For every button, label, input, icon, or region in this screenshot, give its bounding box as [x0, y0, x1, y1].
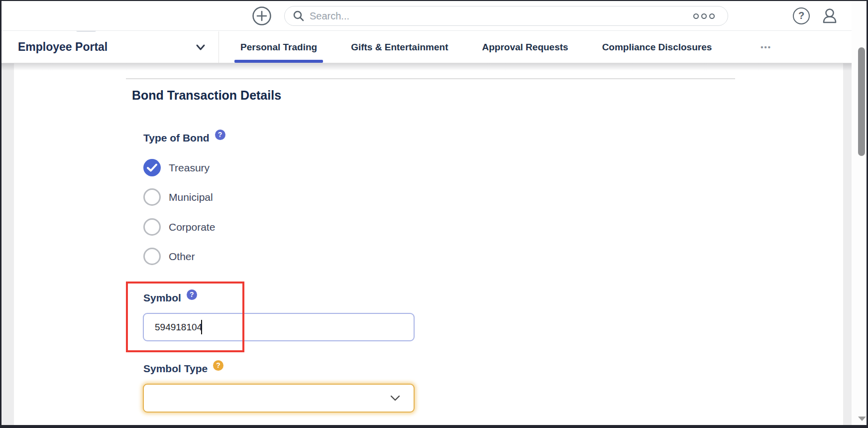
radio-unselected-icon [143, 188, 161, 206]
more-tabs-icon[interactable]: ••• [760, 43, 771, 51]
search-icon [293, 10, 305, 22]
radio-unselected-icon [143, 248, 161, 265]
plus-circle-icon [252, 6, 272, 26]
symbol-input-wrap [143, 313, 415, 341]
radio-label: Other [169, 251, 195, 263]
tab-personal-trading[interactable]: Personal Trading [234, 31, 323, 63]
symbol-label-row: Symbol ? [143, 292, 197, 304]
radio-option-corporate[interactable]: Corporate [143, 218, 215, 236]
symbol-help-icon[interactable]: ? [187, 289, 197, 300]
nav-tabs: Personal Trading Gifts & Entertainment A… [219, 31, 771, 63]
symbol-type-label: Symbol Type [143, 363, 208, 375]
vertical-scrollbar[interactable] [852, 1, 867, 425]
left-gutter [1, 63, 14, 425]
symbol-label: Symbol [143, 292, 181, 304]
tab-approval-requests[interactable]: Approval Requests [476, 31, 574, 63]
radio-label: Municipal [169, 191, 213, 203]
radio-label: Treasury [169, 162, 210, 174]
symbol-input[interactable] [143, 313, 415, 341]
page-title: Bond Transaction Details [132, 88, 281, 103]
form-card: Bond Transaction Details Type of Bond ? … [14, 63, 843, 425]
radio-selected-icon [143, 159, 161, 176]
radio-option-municipal[interactable]: Municipal [143, 188, 213, 206]
type-of-bond-help-icon[interactable]: ? [215, 130, 225, 140]
portal-switcher[interactable]: Employee Portal [1, 31, 219, 63]
type-of-bond-label-row: Type of Bond ? [143, 132, 225, 144]
symbol-type-label-row: Symbol Type ? [143, 363, 223, 375]
tab-gifts-entertainment[interactable]: Gifts & Entertainment [345, 31, 454, 63]
radio-unselected-icon [143, 218, 161, 236]
type-of-bond-label: Type of Bond [143, 132, 210, 144]
check-icon [147, 163, 157, 172]
right-gutter [843, 63, 852, 425]
add-button[interactable] [252, 6, 272, 26]
user-profile-icon[interactable] [820, 6, 840, 26]
section-divider [126, 78, 735, 79]
search-input[interactable] [310, 7, 693, 24]
portal-title: Employee Portal [18, 40, 108, 54]
search-bar[interactable] [284, 6, 728, 26]
search-options-icon[interactable] [693, 13, 715, 19]
chevron-down-icon [196, 44, 206, 51]
nav-bar: Employee Portal Personal Trading Gifts &… [1, 31, 867, 63]
symbol-type-select[interactable] [143, 384, 415, 413]
radio-option-other[interactable]: Other [143, 248, 195, 265]
person-icon [820, 6, 840, 26]
tab-compliance-disclosures[interactable]: Compliance Disclosures [596, 31, 718, 63]
symbol-type-help-icon[interactable]: ? [213, 360, 223, 371]
chevron-down-icon [390, 395, 401, 402]
scrollbar-down-arrow-icon[interactable] [858, 417, 866, 421]
nav-shadow [1, 63, 867, 71]
top-bar: ? [1, 1, 867, 31]
radio-option-treasury[interactable]: Treasury [143, 159, 210, 176]
app-window: ? Employee Portal Personal Trading Gifts… [0, 0, 868, 428]
text-cursor [201, 320, 202, 334]
scrollbar-thumb[interactable] [858, 47, 865, 156]
help-icon[interactable]: ? [793, 7, 810, 24]
radio-label: Corporate [169, 221, 215, 233]
